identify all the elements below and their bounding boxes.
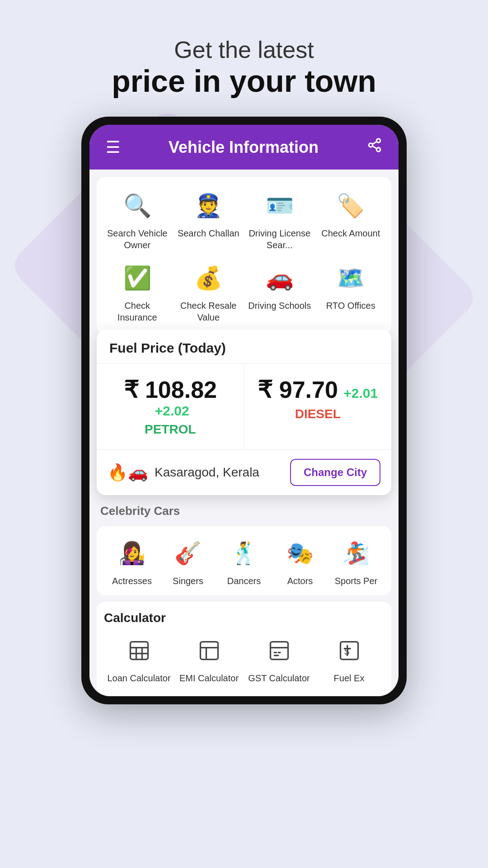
calc-item-fuel[interactable]: $ Fuel Ex (314, 632, 384, 684)
emi-calculator-label: EMI Calculator (179, 673, 239, 684)
driving-license-icon: 🪪 (262, 188, 298, 224)
menu-item-check-insurance[interactable]: ✅ Check Insurance (104, 260, 171, 323)
menu-grid: 🔍 Search Vehicle Owner 👮 Search Challan … (97, 177, 391, 334)
dancers-icon: 🕺 (226, 535, 262, 571)
menu-label-search-vehicle-owner: Search Vehicle Owner (104, 227, 171, 251)
emi-calculator-icon (191, 632, 227, 669)
actors-icon: 🎭 (282, 535, 318, 571)
svg-rect-10 (200, 642, 218, 660)
menu-label-driving-schools: Driving Schools (248, 300, 311, 311)
phone-inner: ☰ Vehicle Information 🔍 Search Vehicle O… (89, 125, 399, 696)
petrol-change: +2.02 (155, 403, 189, 418)
actresses-icon: 👩‍🎤 (114, 535, 150, 571)
fuel-ex-calculator-label: Fuel Ex (334, 673, 365, 684)
celeb-label-sports: Sports Per (335, 576, 377, 586)
hamburger-icon[interactable]: ☰ (106, 138, 120, 157)
menu-item-driving-schools[interactable]: 🚗 Driving Schools (246, 260, 313, 323)
celeb-label-singers: Singers (173, 576, 203, 586)
search-challan-icon: 👮 (190, 188, 226, 224)
celeb-item-dancers[interactable]: 🕺 Dancers (216, 535, 272, 586)
calculator-section: Calculator Loan Calculator (97, 602, 391, 696)
hero-subtitle: Get the latest (112, 36, 376, 63)
calc-item-emi[interactable]: EMI Calculator (174, 632, 244, 684)
location-text: Kasaragod, Kerala (155, 465, 259, 480)
gst-calculator-label: GST Calculator (248, 673, 310, 684)
fuel-calculator-icon: $ (331, 632, 367, 669)
svg-rect-13 (270, 642, 288, 660)
fuel-card-header: Fuel Price (Today) (97, 330, 391, 363)
calc-item-loan[interactable]: Loan Calculator (104, 632, 174, 684)
change-city-button[interactable]: Change City (290, 459, 380, 486)
menu-item-check-resale-value[interactable]: 💰 Check Resale Value (175, 260, 242, 323)
celebrity-section-label: Celebrity Cars (89, 495, 399, 523)
diesel-price-row: ₹ 97.70 +2.01 (253, 376, 383, 403)
fuel-pump-icon: 🔥🚗 (108, 463, 148, 482)
driving-schools-icon: 🚗 (262, 260, 298, 296)
phone-shell: ☰ Vehicle Information 🔍 Search Vehicle O… (81, 117, 407, 704)
fuel-location-row: 🔥🚗 Kasaragod, Kerala Change City (97, 450, 391, 495)
phone-wrapper: ☰ Vehicle Information 🔍 Search Vehicle O… (81, 117, 407, 704)
rto-offices-icon: 🗺️ (333, 260, 369, 296)
sports-icon: 🏂 (338, 535, 374, 571)
celeb-label-actresses: Actresses (112, 576, 152, 586)
petrol-label: PETROL (106, 422, 235, 437)
svg-line-3 (372, 146, 377, 149)
gst-calculator-icon (261, 632, 297, 669)
fuel-price-card: Fuel Price (Today) ₹ 108.82 +2.02 PETROL… (97, 330, 391, 495)
fuel-prices-container: ₹ 108.82 +2.02 PETROL ₹ 97.70 +2.01 DIES… (97, 363, 391, 450)
loan-calculator-label: Loan Calculator (107, 673, 170, 684)
loan-calculator-icon (121, 632, 157, 669)
celeb-item-actresses[interactable]: 👩‍🎤 Actresses (104, 535, 160, 586)
celeb-item-singers[interactable]: 🎸 Singers (160, 535, 216, 586)
celebrity-grid: 👩‍🎤 Actresses 🎸 Singers 🕺 Dancers 🎭 Acto… (97, 526, 391, 595)
location-left: 🔥🚗 Kasaragod, Kerala (108, 463, 259, 482)
celeb-item-sports[interactable]: 🏂 Sports Per (328, 535, 384, 586)
hero-title: price in your town (112, 63, 376, 99)
menu-label-check-insurance: Check Insurance (104, 300, 171, 323)
calculator-grid: Loan Calculator EMI Calculator (104, 632, 384, 684)
svg-rect-5 (130, 642, 148, 660)
menu-label-search-challan: Search Challan (178, 227, 239, 239)
menu-label-driving-license: Driving License Sear... (246, 227, 313, 251)
menu-label-rto-offices: RTO Offices (326, 300, 375, 311)
singers-icon: 🎸 (170, 535, 206, 571)
app-bar-title: Vehicle Information (169, 138, 319, 157)
calc-item-gst[interactable]: GST Calculator (244, 632, 314, 684)
menu-item-driving-license[interactable]: 🪪 Driving License Sear... (246, 188, 313, 251)
check-resale-value-icon: 💰 (190, 260, 226, 296)
celeb-label-dancers: Dancers (227, 576, 261, 586)
menu-item-check-amount[interactable]: 🏷️ Check Amount (318, 188, 385, 251)
diesel-price-col: ₹ 97.70 +2.01 DIESEL (244, 363, 392, 449)
celeb-item-actors[interactable]: 🎭 Actors (272, 535, 328, 586)
menu-item-search-vehicle-owner[interactable]: 🔍 Search Vehicle Owner (104, 188, 171, 251)
search-vehicle-owner-icon: 🔍 (119, 188, 155, 224)
menu-label-check-resale-value: Check Resale Value (175, 300, 242, 323)
calculator-header: Calculator (104, 611, 384, 625)
petrol-price-row: ₹ 108.82 +2.02 (106, 376, 235, 419)
hero-section: Get the latest price in your town (94, 0, 394, 117)
petrol-price-col: ₹ 108.82 +2.02 PETROL (97, 363, 244, 449)
app-bar: ☰ Vehicle Information (89, 125, 399, 170)
diesel-label: DIESEL (253, 407, 383, 421)
petrol-amount: ₹ 108.82 (124, 377, 217, 403)
check-amount-icon: 🏷️ (333, 188, 369, 224)
menu-item-search-challan[interactable]: 👮 Search Challan (175, 188, 242, 251)
celeb-label-actors: Actors (287, 576, 313, 586)
menu-label-check-amount: Check Amount (321, 227, 380, 239)
share-icon[interactable] (367, 137, 382, 157)
check-insurance-icon: ✅ (119, 260, 155, 296)
menu-item-rto-offices[interactable]: 🗺️ RTO Offices (318, 260, 385, 323)
svg-line-4 (372, 142, 377, 144)
diesel-change: +2.01 (343, 386, 378, 401)
diesel-amount: ₹ 97.70 (258, 377, 338, 403)
